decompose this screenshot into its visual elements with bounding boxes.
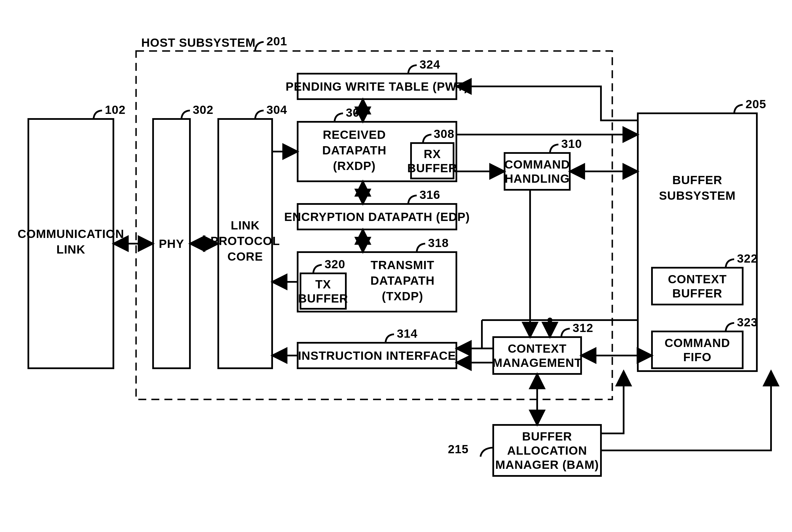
rx-buffer-label2: BUFFER xyxy=(407,162,457,175)
ref-310: 310 xyxy=(561,137,582,150)
txdp-label1: TRANSMIT xyxy=(371,258,435,272)
ref-318: 318 xyxy=(428,236,449,250)
ref-308: 308 xyxy=(434,127,455,140)
context-management-label2: MANAGEMENT xyxy=(492,356,582,369)
command-fifo-label1: COMMAND xyxy=(665,336,730,349)
lpc-label2: PROTOCOL xyxy=(210,234,280,248)
conn-bam-bufsub-left xyxy=(601,371,624,433)
txdp-label2: DATAPATH xyxy=(370,274,435,287)
ref-304: 304 xyxy=(266,103,287,116)
ref-314: 314 xyxy=(397,327,418,340)
ref-tick-304 xyxy=(255,111,264,119)
ref-tick-324 xyxy=(408,65,417,74)
ref-tick-318 xyxy=(417,244,425,252)
ref-tick-306 xyxy=(334,113,343,122)
command-handling-label1: COMMAND xyxy=(504,158,570,171)
instruction-interface-label: INSTRUCTION INTERFACE xyxy=(298,349,456,362)
conn-bufsub-pwt xyxy=(456,87,638,120)
lpc-label1: LINK xyxy=(231,219,260,232)
ref-320: 320 xyxy=(325,258,345,271)
ref-tick-302 xyxy=(181,111,190,119)
buffer-subsystem-label1: BUFFER xyxy=(673,173,722,187)
ref-201: 201 xyxy=(266,35,287,48)
ref-102: 102 xyxy=(105,103,126,116)
bam-label3: MANAGER (BAM) xyxy=(495,458,599,471)
ref-tick-201 xyxy=(255,42,264,51)
context-management-label1: CONTEXT xyxy=(508,342,567,355)
rxdp-label1: RECEIVED xyxy=(323,128,386,141)
context-buffer-label1: CONTEXT xyxy=(668,272,727,286)
ref-205: 205 xyxy=(745,97,766,111)
host-subsystem-label: HOST SUBSYSTEM xyxy=(141,36,256,49)
pwt-label: PENDING WRITE TABLE (PWT) xyxy=(286,80,468,93)
command-handling-label2: HANDLING xyxy=(504,172,570,185)
ref-tick-314 xyxy=(386,334,394,343)
ref-322: 322 xyxy=(737,252,758,265)
command-fifo-label2: FIFO xyxy=(683,350,712,364)
ref-tick-215 xyxy=(480,448,493,457)
edp-label: ENCRYPTION DATAPATH (EDP) xyxy=(284,210,470,224)
bam-label2: ALLOCATION xyxy=(507,444,587,457)
tx-buffer-label1: TX xyxy=(315,278,331,291)
ref-312: 312 xyxy=(573,321,593,335)
ref-tick-316 xyxy=(408,195,417,204)
rxdp-label3: (RXDP) xyxy=(333,159,376,172)
txdp-label3: (TXDP) xyxy=(382,289,423,303)
communication-link-label1: COMMUNICATION xyxy=(18,227,124,241)
conn-bam-bufsub-right xyxy=(601,371,771,451)
ref-tick-205 xyxy=(734,105,743,113)
ref-215: 215 xyxy=(448,442,468,456)
ref-324: 324 xyxy=(420,58,440,71)
junction-dot xyxy=(547,318,552,323)
rx-buffer-label1: RX xyxy=(424,147,441,160)
buffer-subsystem-label2: SUBSYSTEM xyxy=(659,189,736,202)
communication-link-label2: LINK xyxy=(56,243,85,256)
ref-tick-102 xyxy=(94,111,102,119)
phy-label: PHY xyxy=(159,237,184,250)
tx-buffer-label2: BUFFER xyxy=(298,292,348,305)
ref-tick-312 xyxy=(561,329,570,337)
ref-tick-310 xyxy=(550,145,558,153)
lpc-label3: CORE xyxy=(227,250,263,263)
rxdp-label2: DATAPATH xyxy=(322,144,387,157)
ref-302: 302 xyxy=(193,103,214,116)
ref-323: 323 xyxy=(737,316,758,329)
bam-label1: BUFFER xyxy=(522,430,572,443)
ref-316: 316 xyxy=(420,188,440,202)
context-buffer-label2: BUFFER xyxy=(673,287,722,300)
